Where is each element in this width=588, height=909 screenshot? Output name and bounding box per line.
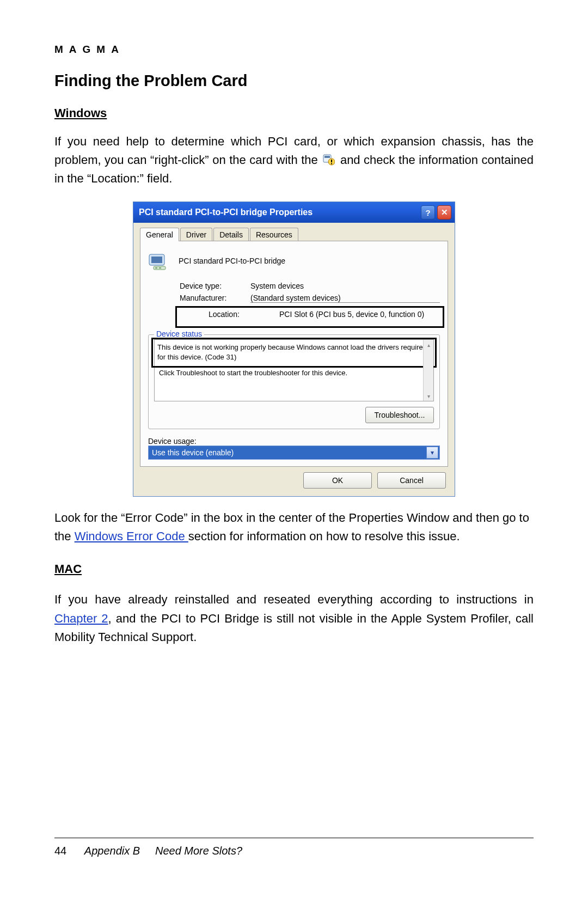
prop-value: (Standard system devices) (250, 294, 440, 303)
svg-rect-3 (331, 160, 332, 162)
svg-rect-9 (159, 267, 161, 269)
svg-rect-8 (155, 267, 157, 269)
section-heading-mac: MAC (54, 562, 534, 576)
ok-button[interactable]: OK (303, 472, 372, 489)
link-chapter-2[interactable]: Chapter 2 (54, 612, 108, 625)
text: section for information on how to resolv… (188, 529, 460, 543)
status-error-text: This device is not working properly beca… (157, 343, 427, 361)
chevron-down-icon[interactable]: ▾ (426, 447, 438, 459)
titlebar-help-button[interactable]: ? (421, 205, 435, 219)
titlebar-close-button[interactable]: ✕ (437, 205, 451, 219)
tab-bar: General Driver Details Resources (140, 227, 448, 241)
warning-icon (323, 154, 335, 166)
tab-driver[interactable]: Driver (180, 228, 212, 241)
dialog-footer: OK Cancel (140, 467, 448, 489)
prop-row-device-type: Device type: System devices (180, 282, 440, 290)
device-icon (148, 250, 170, 272)
svg-rect-1 (324, 156, 330, 158)
dialog-titlebar[interactable]: PCI standard PCI-to-PCI bridge Propertie… (133, 202, 455, 223)
device-status-legend: Device status (154, 330, 204, 338)
footer-appendix: Appendix B (84, 845, 140, 857)
page-footer: 44 Appendix B Need More Slots? (54, 845, 242, 857)
cancel-button[interactable]: Cancel (377, 472, 446, 489)
page-title: Finding the Problem Card (54, 72, 534, 90)
tab-details[interactable]: Details (213, 228, 249, 241)
prop-label: Location: (209, 310, 279, 319)
prop-label: Manufacturer: (180, 294, 250, 303)
text: If you have already reinstalled and rese… (54, 593, 534, 606)
scroll-up-icon[interactable]: ▴ (424, 340, 433, 350)
device-header: PCI standard PCI-to-PCI bridge (148, 250, 440, 272)
location-highlight: Location: PCI Slot 6 (PCI bus 5, device … (175, 306, 444, 328)
svg-rect-4 (331, 163, 332, 164)
prop-label: Device type: (180, 282, 250, 290)
device-usage-label: Device usage: (148, 437, 440, 446)
device-name: PCI standard PCI-to-PCI bridge (179, 257, 285, 265)
paragraph-error-code: Look for the “Error Code” in the box in … (54, 509, 534, 546)
footer-title: Need More Slots? (155, 845, 242, 857)
dialog-title: PCI standard PCI-to-PCI bridge Propertie… (139, 208, 419, 217)
link-windows-error-code[interactable]: Windows Error Code (75, 529, 188, 543)
status-highlight-box: This device is not working properly beca… (151, 338, 437, 368)
text: , and the PCI to PCI Bridge is still not… (54, 612, 534, 644)
paragraph-mac: If you have already reinstalled and rese… (54, 590, 534, 646)
prop-row-manufacturer: Manufacturer: (Standard system devices) (180, 294, 440, 303)
dialog-body: General Driver Details Resources (133, 223, 455, 496)
prop-value: System devices (250, 282, 440, 290)
document-page: MAGMA Finding the Problem Card Windows I… (0, 0, 588, 909)
svg-rect-6 (151, 257, 162, 263)
properties-dialog: PCI standard PCI-to-PCI bridge Propertie… (133, 202, 455, 497)
device-usage-select[interactable]: Use this device (enable) ▾ (148, 446, 440, 460)
brand-header: MAGMA (54, 44, 534, 56)
section-heading-windows: Windows (54, 106, 534, 120)
page-number: 44 (54, 845, 66, 857)
tab-resources[interactable]: Resources (250, 228, 298, 241)
scroll-down-icon[interactable]: ▾ (424, 391, 433, 401)
footer-rule (54, 838, 534, 838)
prop-value: PCI Slot 6 (PCI bus 5, device 0, functio… (279, 310, 442, 319)
device-status-fieldset: Device status This device is not working… (148, 334, 440, 429)
device-status-textbox: This device is not working properly beca… (154, 339, 434, 401)
tab-general[interactable]: General (140, 228, 179, 241)
tab-pane-general: PCI standard PCI-to-PCI bridge Device ty… (140, 241, 448, 467)
device-usage-value: Use this device (enable) (152, 448, 234, 457)
paragraph-windows: If you need help to determine which PCI … (54, 132, 534, 188)
status-hint-text: Click Troubleshoot to start the troubles… (159, 369, 347, 377)
properties-grid: Device type: System devices Manufacturer… (180, 282, 440, 328)
troubleshoot-button[interactable]: Troubleshoot... (365, 407, 434, 423)
prop-row-location: Location: PCI Slot 6 (PCI bus 5, device … (209, 310, 442, 319)
scrollbar[interactable]: ▴ ▾ (423, 340, 433, 401)
